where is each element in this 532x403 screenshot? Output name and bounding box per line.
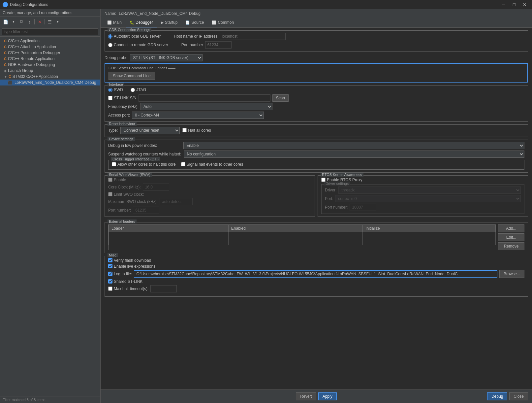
copy-config-button[interactable]: ⧉	[18, 18, 25, 25]
swv-port-input[interactable]	[133, 207, 159, 214]
debug-probe-select[interactable]: ST-LINK (ST-LINK GDB server) J-Link	[130, 54, 203, 61]
swv-content: Enable Core Clock (MHz): Limit SWO clock…	[108, 178, 311, 214]
signal-halt-checkbox[interactable]	[181, 162, 185, 166]
limit-swo-checkbox-label[interactable]: Limit SWO clock:	[108, 192, 311, 197]
tree-item-cpp-app[interactable]: C C/C++ Application	[0, 38, 100, 44]
jtag-radio[interactable]	[131, 88, 135, 92]
add-loader-button[interactable]: Add...	[498, 224, 524, 232]
max-halt-input[interactable]	[150, 285, 177, 292]
apply-button[interactable]: Apply	[318, 392, 337, 400]
device-settings-title: Device settings	[108, 137, 135, 141]
max-halt-checkbox[interactable]	[108, 286, 112, 291]
suspend-watchdog-select[interactable]: No configuration Enable	[184, 151, 524, 158]
close-button[interactable]: Close	[509, 392, 528, 400]
debug-low-power-select[interactable]: Enable Disable	[183, 142, 524, 149]
minimize-button[interactable]: ─	[499, 1, 508, 8]
jtag-radio-label[interactable]: JTAG	[131, 87, 146, 92]
rtos-port-select[interactable]: cortex_m0	[335, 195, 521, 202]
delete-config-button[interactable]: ✕	[36, 18, 43, 25]
verify-flash-label[interactable]: Verify flash download	[108, 258, 151, 263]
hostname-input[interactable]	[220, 33, 286, 40]
filter-config-button[interactable]: ☰	[46, 18, 53, 25]
hostname-container: Host name or IP address	[174, 33, 286, 40]
swd-radio-label[interactable]: SWD	[108, 87, 123, 92]
show-command-line-button[interactable]: Show Command Line	[109, 72, 155, 80]
revert-button[interactable]: Revert	[296, 392, 316, 400]
signal-halt-checkbox-label[interactable]: Signal halt events to other cores	[181, 162, 243, 167]
filter-dropdown[interactable]: ▼	[54, 18, 61, 25]
remote-radio-label[interactable]: Connect to remote GDB server	[108, 43, 168, 47]
shared-stlink-checkbox[interactable]	[108, 279, 112, 284]
tree-item-cpp-attach[interactable]: C C/C++ Attach to Application	[0, 44, 100, 50]
rtos-driver-select[interactable]: threadx	[338, 186, 521, 194]
log-to-file-input[interactable]	[134, 270, 497, 278]
remove-loader-button[interactable]: Remove	[498, 242, 524, 250]
core-clock-row: Core Clock (MHz):	[108, 184, 311, 191]
tab-common[interactable]: ⬜ Common	[208, 18, 238, 27]
maximize-button[interactable]: □	[510, 1, 519, 8]
enable-live-label[interactable]: Enable live expressions	[108, 264, 155, 269]
stlink-sn-checkbox[interactable]	[108, 96, 112, 100]
interface-section: Interface SWD JTAG ST-LINK S/N	[105, 85, 528, 122]
stlink-sn-input[interactable]	[139, 94, 270, 102]
tab-source[interactable]: 📄 Source	[181, 18, 208, 27]
access-port-select[interactable]: 0 - Cortex-M4	[132, 112, 264, 119]
browse-button[interactable]: Browse...	[499, 270, 524, 278]
new-config-dropdown[interactable]: ▼	[10, 18, 17, 25]
close-window-button[interactable]: ✕	[520, 1, 529, 8]
swv-enable-checkbox[interactable]	[108, 178, 112, 182]
swv-enable-checkbox-label[interactable]: Enable	[108, 178, 311, 182]
enable-live-checkbox[interactable]	[108, 264, 112, 268]
log-to-file-checkbox[interactable]	[108, 272, 112, 276]
tab-startup[interactable]: ▶ Startup	[157, 18, 182, 27]
limit-swo-checkbox[interactable]	[108, 192, 112, 196]
core-clock-input[interactable]	[143, 184, 169, 191]
autostart-radio-label[interactable]: Autostart local GDB server	[108, 34, 161, 39]
tree-item-cpp-remote[interactable]: C C/C++ Remote Application	[0, 56, 100, 62]
rtos-driver-label: Driver:	[325, 188, 336, 192]
max-swo-input[interactable]	[160, 198, 193, 205]
port-input[interactable]	[205, 41, 232, 49]
tree-item-launch-group[interactable]: ◆ Launch Group	[0, 68, 100, 74]
tree-item-stm32-app[interactable]: ▼ C STM32 C/C++ Application	[0, 74, 100, 80]
stlink-sn-checkbox-label[interactable]: ST-LINK S/N	[108, 96, 137, 100]
frequency-select[interactable]: Auto	[141, 103, 272, 110]
log-to-file-checkbox-label[interactable]: Log to file:	[108, 272, 132, 276]
toolbar-separator	[34, 19, 35, 24]
scan-button[interactable]: Scan	[272, 94, 289, 102]
swd-radio[interactable]	[108, 88, 112, 92]
new-config-button[interactable]: 📄	[2, 18, 9, 25]
gdb-server-cmd-title: GDB Server Command Line Options ——	[109, 66, 524, 70]
ext-empty-initialize	[363, 232, 496, 245]
rtos-port-number-label: Port number:	[325, 205, 348, 210]
debug-button[interactable]: Debug	[487, 392, 507, 400]
gdb-hardware-icon: C	[4, 63, 7, 67]
right-panel: Name: LoRaWAN_End_Node_DualCore_CM4 Debu…	[101, 9, 532, 403]
verify-flash-checkbox[interactable]	[108, 258, 112, 262]
reset-type-select[interactable]: Connect under reset Software system rese…	[120, 127, 180, 134]
enable-proxy-checkbox-label[interactable]: Enable RTOS Proxy	[321, 178, 524, 182]
rtos-port-number-row: Port number:	[325, 204, 521, 211]
swv-title: Serial Wire Viewer (SWV)	[108, 173, 152, 177]
remote-radio[interactable]	[108, 43, 112, 47]
filter-input[interactable]	[2, 28, 98, 35]
tab-main[interactable]: ⬜ Main	[103, 18, 126, 27]
allow-halt-checkbox-label[interactable]: Allow other cores to halt this core	[112, 162, 176, 167]
tab-debugger[interactable]: 🐛 Debugger	[126, 18, 157, 27]
max-halt-checkbox-label[interactable]: Max halt timeout(s):	[108, 286, 148, 291]
move-config-button[interactable]: ↕	[26, 18, 33, 25]
stm32-expand-icon: ▼	[4, 75, 7, 79]
autostart-radio[interactable]	[108, 34, 112, 39]
interface-title: Interface	[108, 83, 124, 86]
halt-all-checkbox[interactable]	[182, 128, 187, 132]
shared-stlink-label[interactable]: Shared ST-LINK	[108, 279, 142, 284]
tree-item-lorawannode[interactable]: ⬛ LoRaWAN_End_Node_DualCore_CM4 Debug	[0, 80, 100, 85]
allow-halt-checkbox[interactable]	[112, 162, 116, 166]
tree-item-cpp-postmortem[interactable]: C C/C++ Postmortem Debugger	[0, 50, 100, 56]
halt-all-checkbox-label[interactable]: Halt all cores	[182, 128, 211, 133]
rtos-port-number-input[interactable]	[350, 204, 376, 211]
name-label: Name:	[105, 11, 116, 16]
edit-loader-button[interactable]: Edit...	[498, 233, 524, 241]
tree-item-gdb-hardware[interactable]: C GDB Hardware Debugging	[0, 62, 100, 68]
reset-behaviour-title: Reset behaviour	[108, 122, 137, 126]
